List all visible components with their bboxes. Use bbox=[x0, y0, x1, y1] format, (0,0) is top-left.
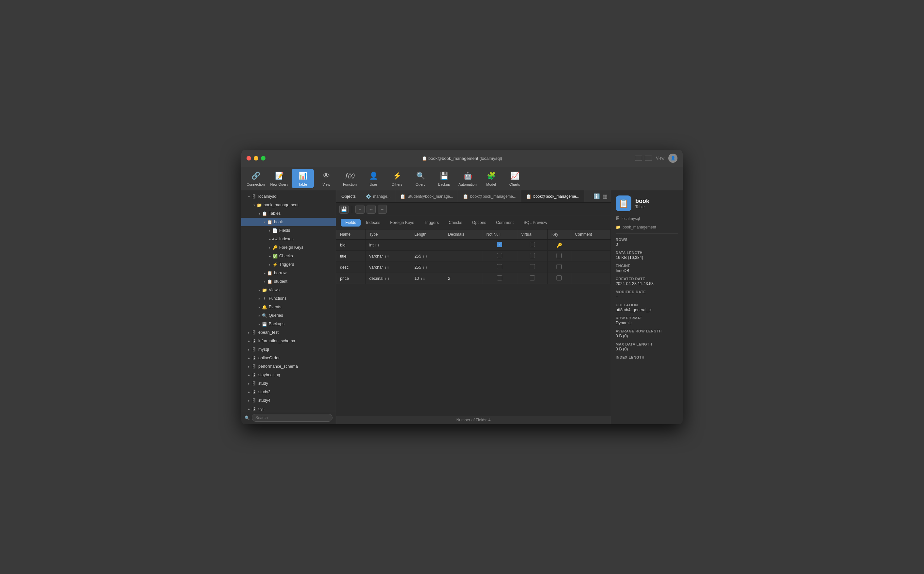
table-row[interactable]: bidint ⬆⬇ 🔑 bbox=[336, 240, 611, 251]
sidebar-item-mysql[interactable]: ▸ 🗄 mysql bbox=[241, 345, 336, 354]
toolbar-others[interactable]: ⚡ Others bbox=[386, 169, 408, 188]
row-format-value: Dynamic bbox=[616, 321, 678, 325]
sidebar-item-sys[interactable]: ▸ 🗄 sys bbox=[241, 405, 336, 411]
cell-not-null bbox=[482, 251, 517, 262]
maximize-button[interactable] bbox=[261, 156, 265, 161]
toolbar-charts[interactable]: 📈 Charts bbox=[503, 169, 526, 188]
back-button[interactable]: ← bbox=[367, 205, 376, 214]
arrow-onlineOrder: ▸ bbox=[246, 356, 251, 360]
cell-not-null bbox=[482, 240, 517, 251]
toolbar-new-query[interactable]: 📝 New Query bbox=[268, 169, 290, 188]
sidebar-item-functions[interactable]: ▸ ƒ Functions bbox=[241, 294, 336, 303]
tab-comment[interactable]: Comment bbox=[492, 219, 518, 227]
tab-manage[interactable]: ⚙️ manage... bbox=[361, 190, 395, 202]
save-button[interactable]: 💾 bbox=[339, 205, 348, 214]
tables-icon: 📋 bbox=[262, 211, 268, 216]
add-field-button[interactable]: + bbox=[355, 205, 364, 214]
tab-foreign-keys[interactable]: Foreign Keys bbox=[385, 219, 419, 227]
toolbar-user[interactable]: 👤 User bbox=[362, 169, 385, 188]
toolbar-view[interactable]: 👁 View bbox=[315, 169, 337, 188]
sidebar-item-borrow[interactable]: ▸ 📋 borrow bbox=[241, 269, 336, 277]
student-tab-icon: 📋 bbox=[400, 194, 405, 199]
arrow-triggers: ▸ bbox=[268, 263, 272, 266]
tab-options[interactable]: Options bbox=[468, 219, 491, 227]
toolbar-backup[interactable]: 💾 Backup bbox=[433, 169, 455, 188]
not-null-checkbox[interactable] bbox=[497, 253, 502, 258]
not-null-checkbox[interactable] bbox=[497, 264, 502, 270]
staybooking-icon: 🗄 bbox=[251, 373, 257, 378]
minimize-button[interactable] bbox=[254, 156, 258, 161]
mysql-label: mysql bbox=[258, 347, 333, 352]
sidebar-item-onlineOrder[interactable]: ▸ 🗄 onlineOrder bbox=[241, 354, 336, 362]
tab-student[interactable]: 📋 Student@book_manage... bbox=[395, 190, 458, 202]
toolbar-function[interactable]: ƒ(x) Function bbox=[339, 169, 361, 188]
tab-sql-preview[interactable]: SQL Preview bbox=[519, 219, 552, 227]
triggers-icon: ⚡ bbox=[272, 262, 278, 267]
tab-book2[interactable]: 📋 book@book_manageme... bbox=[521, 190, 584, 202]
sidebar-item-book[interactable]: ▾ 📋 book bbox=[241, 218, 336, 226]
sidebar-item-triggers[interactable]: ▸ ⚡ Triggers bbox=[241, 260, 336, 269]
cell-type: varchar ⬆⬇ bbox=[365, 262, 410, 273]
sidebar-item-ebean-test[interactable]: ▸ 🗄 ebean_test bbox=[241, 328, 336, 337]
virtual-checkbox[interactable] bbox=[530, 253, 535, 258]
indexes-icon: A-Z bbox=[272, 237, 278, 241]
sidebar-toggle-icon[interactable] bbox=[635, 156, 642, 161]
not-null-checkbox[interactable] bbox=[497, 275, 502, 281]
layout-toggle-icon[interactable] bbox=[645, 156, 652, 161]
sidebar-item-study[interactable]: ▸ 🗄 study bbox=[241, 379, 336, 388]
sidebar-item-tables[interactable]: ▾ 📋 Tables bbox=[241, 209, 336, 218]
sidebar-item-backups[interactable]: ▸ 💾 Backups bbox=[241, 320, 336, 328]
table-row[interactable]: descvarchar ⬆⬇255 ⬆⬇ bbox=[336, 262, 611, 273]
user-avatar[interactable]: 👤 bbox=[668, 154, 678, 163]
panel-table-icon: 📋 bbox=[616, 196, 631, 211]
toolbar-model[interactable]: 🧩 Model bbox=[480, 169, 502, 188]
sidebar-item-information-schema[interactable]: ▸ 🗄 information_schema bbox=[241, 337, 336, 345]
toolbar-automation[interactable]: 🤖 Automation bbox=[456, 169, 479, 188]
sidebar-item-events[interactable]: ▸ 🔔 Events bbox=[241, 303, 336, 311]
rows-value: 0 bbox=[616, 242, 678, 247]
info-icon[interactable]: ℹ️ bbox=[593, 193, 600, 199]
table-row[interactable]: pricedecimal ⬆⬇10 ⬆⬇2 bbox=[336, 273, 611, 284]
table-view-icon[interactable]: ▦ bbox=[602, 193, 607, 199]
tab-fields[interactable]: Fields bbox=[341, 219, 361, 227]
sidebar-item-student[interactable]: ▸ 📋 student bbox=[241, 277, 336, 286]
sidebar-item-indexes[interactable]: ▸ A-Z Indexes bbox=[241, 235, 336, 243]
search-input[interactable] bbox=[252, 414, 333, 422]
key-checkbox[interactable] bbox=[557, 275, 562, 281]
sidebar-item-fields[interactable]: ▸ 📄 Fields bbox=[241, 226, 336, 235]
table-row[interactable]: titlevarchar ⬆⬇255 ⬆⬇ bbox=[336, 251, 611, 262]
sidebar-item-study4[interactable]: ▸ 🗄 study4 bbox=[241, 396, 336, 405]
virtual-checkbox[interactable] bbox=[530, 275, 535, 281]
others-icon: ⚡ bbox=[392, 170, 402, 181]
toolbar-charts-label: Charts bbox=[509, 182, 520, 186]
toolbar-query[interactable]: 🔍 Query bbox=[409, 169, 432, 188]
sidebar-item-views[interactable]: ▸ 📁 Views bbox=[241, 286, 336, 294]
virtual-checkbox[interactable] bbox=[530, 242, 535, 247]
sidebar-item-book-management[interactable]: ▾ 📁 book_management bbox=[241, 201, 336, 209]
toolbar-model-label: Model bbox=[486, 182, 496, 186]
tab-objects[interactable]: Objects bbox=[336, 194, 361, 199]
row-format-label: Row Format bbox=[616, 316, 678, 320]
sidebar-item-queries[interactable]: ▸ 🔍 Queries bbox=[241, 311, 336, 320]
sidebar-item-performance-schema[interactable]: ▸ 🗄 performance_schema bbox=[241, 362, 336, 371]
tab-triggers[interactable]: Triggers bbox=[419, 219, 443, 227]
toolbar-table[interactable]: 📊 Table bbox=[292, 169, 314, 188]
panel-max-data-length: Max Data Length 0 B (0) bbox=[616, 342, 678, 352]
sidebar-item-staybooking[interactable]: ▸ 🗄 staybooking bbox=[241, 371, 336, 379]
breadcrumb-schema: book_management bbox=[623, 225, 656, 229]
not-null-checkbox[interactable] bbox=[497, 242, 502, 247]
toolbar-connection[interactable]: 🔗 Connection bbox=[244, 169, 267, 188]
sidebar-item-checks[interactable]: ▸ ✅ Checks bbox=[241, 252, 336, 260]
tab-book1[interactable]: 📋 book@book_manageme... bbox=[458, 190, 521, 202]
sidebar-item-study2[interactable]: ▸ 🗄 study2 bbox=[241, 388, 336, 396]
arrow-student: ▸ bbox=[262, 280, 267, 284]
virtual-checkbox[interactable] bbox=[530, 264, 535, 270]
sidebar-item-foreign-keys[interactable]: ▸ 🔑 Foreign Keys bbox=[241, 243, 336, 252]
key-checkbox[interactable] bbox=[557, 264, 562, 270]
delete-button[interactable]: − bbox=[378, 205, 387, 214]
key-checkbox[interactable] bbox=[557, 253, 562, 258]
sidebar-item-localmysql[interactable]: ▾ 🗄 localmysql bbox=[241, 192, 336, 201]
tab-checks[interactable]: Checks bbox=[444, 219, 467, 227]
tab-indexes[interactable]: Indexes bbox=[361, 219, 385, 227]
close-button[interactable] bbox=[246, 156, 251, 161]
